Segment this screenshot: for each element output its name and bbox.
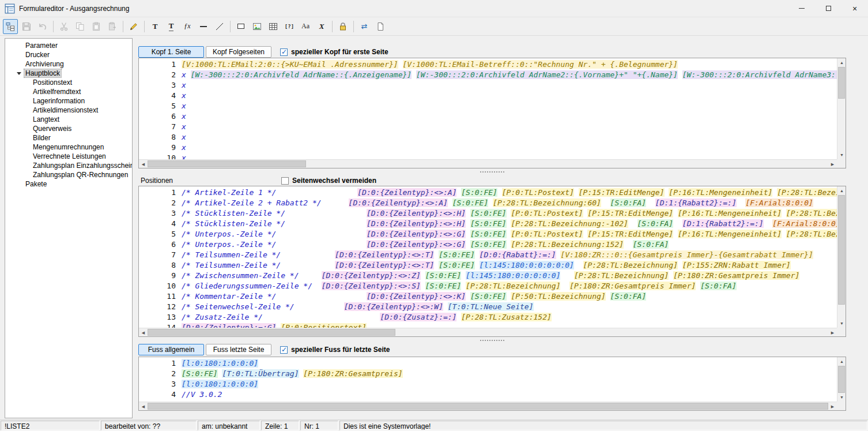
vscroll-thumb[interactable] <box>838 366 845 393</box>
code-line-text[interactable]: [l:0:180:1:0:0:0] <box>182 359 258 369</box>
swap-button[interactable]: ⇄ <box>357 19 372 34</box>
code-line-text[interactable]: /* Artikel-Zeile 2 + Rabatt2 */ [D:0:{Ze… <box>182 198 813 209</box>
code-line-text[interactable]: /* Kommentar-Zeile */ [D:0:{Zeilentyp}:<… <box>182 292 646 302</box>
code-line[interactable]: 11/* Kommentar-Zeile */ [D:0:{Zeilentyp}… <box>139 292 837 302</box>
expand-arrow-icon[interactable] <box>17 72 21 75</box>
code-line-text[interactable]: x <box>182 81 186 91</box>
vscroll-thumb[interactable] <box>838 67 845 99</box>
code-line-text[interactable]: x <box>182 153 186 159</box>
code-line[interactable]: 2[S:0:FE] [T:0:TL:Übertrag] [P:180:ZR:Ge… <box>139 369 837 380</box>
code-line[interactable]: 13/* Zusatz-Zeile */ [D:0:{Zusatz}:=:] [… <box>139 313 837 323</box>
code-line[interactable]: 4x <box>139 91 837 102</box>
code-line-text[interactable]: /* Unterpos.-Zeile */ [D:0:{Zeilentyp}:<… <box>182 240 669 250</box>
checkbox-spezieller-kopf-box[interactable] <box>280 48 288 56</box>
scroll-left-icon[interactable]: ◀ <box>139 402 148 411</box>
editor-head-hscroll[interactable]: ◀ ▶ <box>139 159 837 168</box>
code-line[interactable]: 3[l:0:180:1:0:0:0] <box>139 380 837 390</box>
code-line-text[interactable]: x <box>182 102 186 112</box>
edit-pencil-button[interactable] <box>126 19 141 34</box>
code-line-text[interactable]: //V 3.0.2 <box>182 390 222 400</box>
code-line-text[interactable]: /* Stücklisten-Zeile */ [D:0:{Zeilentyp}… <box>182 219 837 230</box>
code-line-text[interactable]: x <box>182 133 186 143</box>
code-line[interactable]: 3/* Stücklisten-Zeile */ [D:0:{Zeilentyp… <box>139 209 837 219</box>
sidebar-item-parameter[interactable]: Parameter <box>5 41 132 50</box>
editor-positions-code[interactable]: 1/* Artikel-Zeile 1 */ [D:0:{Zeilentyp}:… <box>139 186 837 328</box>
tab-kopf-folgeseiten[interactable]: Kopf Folgeseiten <box>206 46 271 58</box>
code-line-text[interactable]: x <box>182 143 186 153</box>
code-line[interactable]: 6/* Unterpos.-Zeile */ [D:0:{Zeilentyp}:… <box>139 240 837 250</box>
sidebar-item-verrechnete-leistungen[interactable]: Verrechnete Leistungen <box>5 152 132 161</box>
checkbox-seitenwechsel[interactable]: Seitenwechsel vermeiden <box>281 177 376 185</box>
code-line-text[interactable]: /* Seitenwechsel-Zeile */ [D:0:{Zeilenty… <box>182 302 534 313</box>
code-line-text[interactable]: /* Gliederungssummen-Zeile */ [D:0:{Zeil… <box>182 282 737 292</box>
tab-fuss-allgemein[interactable]: Fuss allgemein <box>138 344 204 355</box>
hscroll-thumb[interactable] <box>148 403 828 410</box>
scroll-up-icon[interactable]: ▲ <box>837 357 846 366</box>
scroll-down-icon[interactable]: ▼ <box>837 393 846 402</box>
sidebar-item-hauptblock[interactable]: Hauptblock <box>5 69 132 78</box>
minimize-button[interactable] <box>788 0 815 17</box>
code-line-text[interactable]: x <box>182 91 186 102</box>
sidebar-item-positionstext[interactable]: Positionstext <box>5 78 132 87</box>
code-line[interactable]: 5x <box>139 102 837 112</box>
code-line[interactable]: 7/* Teilsummen-Zeile */ [D:0:{Zeilentyp}… <box>139 250 837 261</box>
code-line-text[interactable]: [D:0:{Zeilentyp}:=:G] [P:0:Positionstext… <box>182 323 367 328</box>
editor-head-vscroll[interactable]: ▲ ▼ <box>837 58 846 159</box>
code-line[interactable]: 9/* Zwischensummen-Zeile */ [D:0:{Zeilen… <box>139 271 837 282</box>
checkbox-spezieller-kopf[interactable]: spezieller Kopf für erste Seite <box>280 48 388 56</box>
scroll-down-icon[interactable]: ▼ <box>837 151 846 159</box>
code-line-text[interactable]: /* Zusatz-Zeile */ [D:0:{Zusatz}:=:] [P:… <box>182 313 552 323</box>
code-line-text[interactable]: /* Stücklisten-Zeile */ [D:0:{Zeilentyp}… <box>182 209 837 219</box>
scroll-right-icon[interactable]: ▶ <box>828 160 837 168</box>
function-button[interactable]: ƒx <box>180 19 195 34</box>
hscroll-thumb[interactable] <box>148 160 306 167</box>
diagonal-line-button[interactable] <box>212 19 227 34</box>
checkbox-spezieller-fuss-box[interactable] <box>280 346 288 354</box>
checkbox-spezieller-fuss[interactable]: spezieller Fuss für letzte Seite <box>280 346 390 354</box>
splitter-positions-footer[interactable] <box>138 338 846 343</box>
editor-head-code[interactable]: 1[V:1000:TL:EMail:2:0::{>KU~EMail .Adres… <box>139 58 837 159</box>
splitter-head-positions[interactable] <box>138 170 846 174</box>
sidebar-item-zahlungsplan-einzahlungsscheine[interactable]: Zahlungsplan Einzahlungsscheine <box>5 161 132 170</box>
editor-positions-hscroll[interactable]: ◀ ▶ <box>139 328 837 336</box>
code-line[interactable]: 1/* Artikel-Zeile 1 */ [D:0:{Zeilentyp}:… <box>139 188 837 198</box>
sidebar-item-langtext[interactable]: Langtext <box>5 115 132 124</box>
editor-head[interactable]: 1[V:1000:TL:EMail:2:0::{>KU~EMail .Adres… <box>138 58 846 168</box>
close-button[interactable]: × <box>841 0 868 17</box>
sidebar-item-zahlungsplan-qr-rechnungen[interactable]: Zahlungsplan QR-Rechnungen <box>5 170 132 179</box>
scroll-right-icon[interactable]: ▶ <box>828 402 837 411</box>
code-line[interactable]: 14[D:0:{Zeilentyp}:=:G] [P:0:Positionste… <box>139 323 837 328</box>
code-line-text[interactable]: /* Zwischensummen-Zeile */ [D:0:{Zeilent… <box>182 271 799 282</box>
image-button[interactable] <box>250 19 265 34</box>
code-line[interactable]: 7x <box>139 122 837 133</box>
code-line-text[interactable]: [V:1000:TL:EMail:2:0::{>KU~EMail .Adress… <box>182 60 678 70</box>
code-line[interactable]: 10x <box>139 153 837 159</box>
code-line[interactable]: 3x <box>139 81 837 91</box>
scroll-left-icon[interactable]: ◀ <box>139 160 148 168</box>
code-line[interactable]: 8/* Teilsummen-Zeile */ [D:0:{Zeilentyp}… <box>139 261 837 271</box>
barcode-button[interactable]: [?] <box>282 19 297 34</box>
table-button[interactable] <box>266 19 281 34</box>
rectangle-button[interactable] <box>233 19 248 34</box>
scroll-left-icon[interactable]: ◀ <box>139 328 148 337</box>
code-line-text[interactable]: x [W:-300:::2:0:Archivfeld AdrName::{.An… <box>182 70 837 81</box>
font-button[interactable]: Aa <box>298 19 313 34</box>
code-line[interactable]: 1[l:0:180:1:0:0:0] <box>139 359 837 369</box>
page-button[interactable] <box>373 19 388 34</box>
tab-kopf-1-seite[interactable]: Kopf 1. Seite <box>138 46 204 58</box>
code-line-text[interactable]: x <box>182 122 186 133</box>
code-line-text[interactable]: /* Unterpos.-Zeile */ [D:0:{Zeilentyp}:<… <box>182 230 837 240</box>
hscroll-thumb[interactable] <box>148 329 395 336</box>
editor-footer-hscroll[interactable]: ◀ ▶ <box>139 402 837 410</box>
editor-footer-code[interactable]: 1[l:0:180:1:0:0:0]2[S:0:FE] [T:0:TL:Über… <box>139 357 837 402</box>
maximize-button[interactable] <box>815 0 841 17</box>
code-line[interactable]: 5/* Unterpos.-Zeile */ [D:0:{Zeilentyp}:… <box>139 230 837 240</box>
sidebar-item-mengenumrechnungen[interactable]: Mengenumrechnungen <box>5 143 132 152</box>
sidebar-item-artikelfremdtext[interactable]: Artikelfremdtext <box>5 87 132 96</box>
sidebar-item-pakete[interactable]: Pakete <box>5 179 132 189</box>
editor-footer-vscroll[interactable]: ▲ ▼ <box>837 357 846 402</box>
code-line[interactable]: 6x <box>139 112 837 122</box>
code-line-text[interactable]: /* Artikel-Zeile 1 */ [D:0:{Zeilentyp}:<… <box>182 188 837 198</box>
strikeout-button[interactable]: X <box>314 19 329 34</box>
code-line[interactable]: 12/* Seitenwechsel-Zeile */ [D:0:{Zeilen… <box>139 302 837 313</box>
